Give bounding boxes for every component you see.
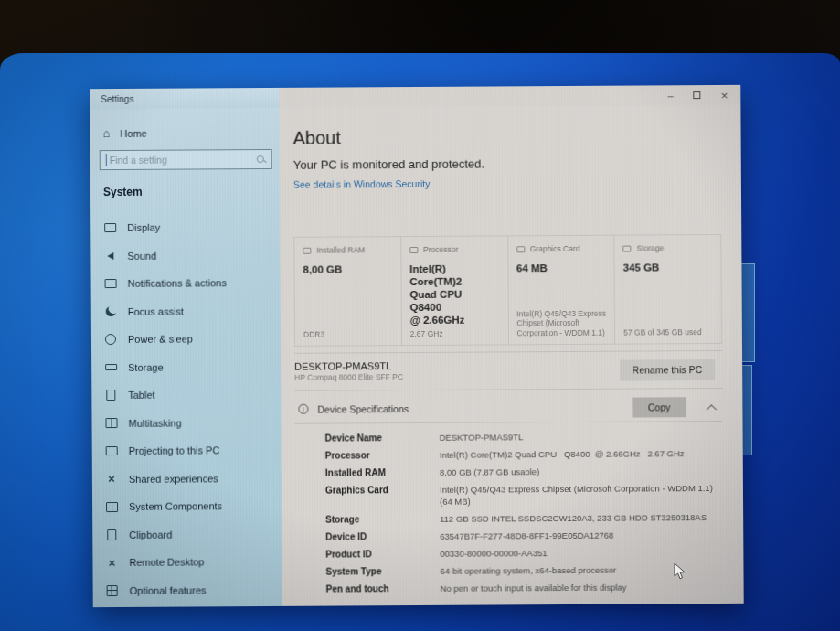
sound-icon — [103, 250, 116, 262]
processor-icon — [409, 246, 418, 252]
card-label: Storage — [637, 243, 665, 252]
spec-row: Device Name DESKTOP-PMAS9TL — [325, 431, 716, 444]
sidebar-item[interactable]: Clipboard — [92, 519, 282, 549]
projecting-icon — [105, 444, 118, 457]
spec-label: Storage — [325, 513, 440, 525]
spec-value: DESKTOP-PMAS9TL — [440, 431, 716, 444]
multitasking-icon — [104, 417, 117, 430]
sidebar-item-label: Power & sleep — [128, 334, 193, 345]
hardware-cards: Installed RAM 8,00 GB DDR3 Processor — [293, 234, 722, 347]
sidebar-item[interactable]: Storage — [91, 352, 281, 381]
optional-features-icon — [106, 584, 119, 597]
sidebar-nav: Display Sound Notifications & actions — [90, 213, 282, 607]
windows-security-link[interactable]: See details in Windows Security — [293, 178, 430, 191]
spec-row: Graphics Card Intel(R) Q45/Q43 Express C… — [325, 483, 716, 508]
home-icon: ⌂ — [103, 127, 111, 139]
sidebar-item[interactable]: Display — [90, 213, 280, 242]
spec-row: Device ID 63547B7F-F277-48D8-8FF1-99E05D… — [325, 529, 716, 543]
about-page: About Your PC is monitored and protected… — [279, 105, 743, 606]
sidebar-item[interactable]: Sound — [90, 241, 280, 270]
spec-label: Processor — [325, 450, 440, 462]
sidebar-item[interactable]: About — [93, 604, 282, 607]
sidebar-item-label: Shared experiences — [129, 473, 218, 485]
window-title: Settings — [101, 93, 133, 103]
card-value: 64 MB — [516, 262, 607, 275]
shared-experiences-icon — [105, 473, 118, 486]
spec-value: No pen or touch input is available for t… — [441, 582, 717, 594]
spec-label: System Type — [325, 565, 440, 577]
card-value: Intel(R) Core(TM)2 Quad CPU Q8400 @ 2.66… — [409, 262, 500, 326]
spec-row: Installed RAM 8,00 GB (7.87 GB usable) — [325, 465, 716, 479]
minimize-button[interactable]: – — [668, 91, 674, 101]
remote-desktop-icon — [105, 556, 118, 569]
spec-value: 8,00 GB (7.87 GB usable) — [440, 465, 716, 478]
sidebar-item-label: Projecting to this PC — [129, 445, 220, 457]
spec-row: Storage 112 GB SSD INTEL SSDSC2CW120A3, … — [325, 512, 716, 526]
hardware-card: Graphics Card 64 MB Intel(R) Q45/Q43 Exp… — [508, 236, 615, 345]
close-button[interactable]: × — [721, 89, 728, 101]
copy-button[interactable]: Copy — [633, 397, 686, 417]
tablet-icon — [104, 389, 117, 401]
spec-label: Device ID — [325, 530, 440, 542]
search-input[interactable] — [106, 153, 256, 166]
chevron-up-icon[interactable] — [707, 404, 717, 414]
card-footer: DDR3 — [303, 329, 397, 339]
spec-label: Device Name — [325, 433, 440, 444]
sidebar-item-home[interactable]: ⌂ Home — [103, 126, 280, 139]
photo-background: Settings – × ⌂ Home — [0, 0, 840, 631]
device-specifications-title: Device Specifications — [317, 401, 633, 414]
sidebar-item[interactable]: Remote Desktop — [92, 548, 282, 577]
hardware-card: Processor Intel(R) Core(TM)2 Quad CPU Q8… — [401, 236, 508, 345]
sidebar-item-label: Clipboard — [129, 529, 172, 540]
device-specifications-header: i Device Specifications Copy — [294, 392, 722, 424]
spec-row: System Type 64-bit operating system, x64… — [325, 564, 716, 578]
device-specifications-list: Device Name DESKTOP-PMAS9TL Processor In… — [325, 431, 717, 595]
focus-assist-icon — [104, 305, 117, 318]
spec-row: Processor Intel(R) Core(TM)2 Quad CPU Q8… — [325, 448, 716, 462]
search-icon — [256, 155, 266, 165]
rename-pc-button[interactable]: Rename this PC — [620, 359, 716, 381]
sidebar-item[interactable]: Power & sleep — [91, 325, 281, 354]
card-value: 8,00 GB — [303, 262, 393, 276]
sidebar-item-label: Notifications & actions — [128, 278, 227, 290]
sidebar-item-label: Focus assist — [128, 305, 184, 316]
sidebar-item-label: Display — [127, 222, 160, 233]
page-title: About — [293, 123, 741, 150]
security-status-text: Your PC is monitored and protected. — [293, 155, 741, 173]
sidebar-item[interactable]: Tablet — [91, 380, 281, 410]
spec-value: 00330-80000-00000-AA351 — [440, 547, 716, 560]
sidebar-item[interactable]: Multitasking — [91, 408, 281, 437]
storage-icon — [104, 361, 117, 374]
sidebar-item-label: System Components — [129, 501, 222, 513]
sidebar-item-label: Sound — [127, 250, 156, 261]
card-label: Installed RAM — [316, 245, 365, 254]
notifications-icon — [104, 277, 117, 290]
clipboard-icon — [105, 529, 118, 541]
spec-label: Installed RAM — [325, 467, 440, 479]
sidebar-item-label: Optional features — [130, 584, 207, 596]
sidebar-section-title: System — [103, 185, 280, 198]
card-footer: 57 GB of 345 GB used — [623, 326, 717, 337]
sidebar-item-label: Tablet — [128, 390, 154, 401]
card-label: Processor — [423, 245, 458, 254]
ram-icon — [303, 247, 311, 253]
graphics-card-icon — [516, 246, 525, 252]
sidebar-item[interactable]: Shared experiences — [92, 464, 282, 493]
spec-value: Intel(R) Core(TM)2 Quad CPU Q8400 @ 2.66… — [440, 448, 716, 461]
sidebar-item[interactable]: Notifications & actions — [90, 269, 280, 298]
spec-label: Graphics Card — [325, 485, 440, 508]
spec-label: Product ID — [325, 548, 440, 560]
spec-label: Pen and touch — [326, 583, 441, 594]
sidebar-item[interactable]: System Components — [92, 492, 282, 521]
spec-row: Product ID 00330-80000-00000-AA351 — [325, 547, 716, 561]
hardware-card: Installed RAM 8,00 GB DDR3 — [294, 237, 401, 346]
sidebar-item[interactable]: Optional features — [93, 575, 282, 604]
search-box — [100, 149, 272, 170]
sidebar-item[interactable]: Projecting to this PC — [92, 436, 282, 465]
mouse-cursor — [674, 562, 686, 581]
spec-value: Intel(R) Q45/Q43 Express Chipset (Micros… — [440, 483, 716, 508]
home-label: Home — [120, 127, 146, 138]
sidebar-item[interactable]: Focus assist — [91, 296, 281, 326]
maximize-button[interactable] — [694, 91, 701, 99]
power-icon — [104, 333, 117, 346]
